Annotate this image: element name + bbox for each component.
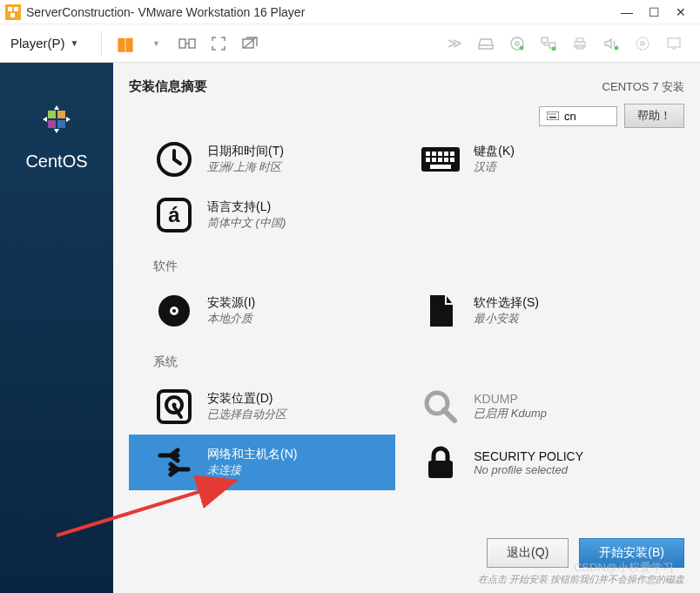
svg-point-26 bbox=[551, 113, 553, 115]
install-label: CENTOS 7 安装 bbox=[602, 79, 684, 95]
svg-rect-23 bbox=[57, 120, 65, 128]
section-software: 软件 bbox=[153, 259, 684, 274]
item-sub: 未连接 bbox=[207, 462, 297, 478]
vmware-icon bbox=[5, 4, 21, 20]
item-label: 安装源(I) bbox=[207, 295, 255, 311]
disc-icon bbox=[153, 290, 195, 332]
disk-icon bbox=[153, 386, 195, 428]
item-label: 键盘(K) bbox=[474, 144, 515, 159]
svg-rect-39 bbox=[444, 158, 448, 162]
lang-icon: á bbox=[153, 194, 195, 236]
network-adapter-icon[interactable] bbox=[536, 31, 561, 56]
begin-install-button[interactable]: 开始安装(B) bbox=[579, 538, 684, 568]
svg-point-46 bbox=[172, 309, 176, 313]
item-label: 语言支持(L) bbox=[207, 199, 286, 215]
item-sub: No profile selected bbox=[474, 463, 583, 476]
item-security-policy[interactable]: SECURITY POLICYNo profile selected bbox=[395, 435, 662, 490]
svg-point-9 bbox=[520, 45, 524, 50]
sound-icon[interactable] bbox=[599, 31, 623, 56]
chevron-down-icon[interactable]: ▼ bbox=[71, 38, 79, 48]
item-datetime[interactable]: 日期和时间(T)亚洲/上海 时区 bbox=[129, 137, 395, 187]
svg-rect-14 bbox=[576, 38, 583, 42]
item-label: 软件选择(S) bbox=[474, 295, 539, 311]
drive-icon[interactable] bbox=[474, 31, 498, 56]
item-install-destination[interactable]: 安装位置(D)已选择自动分区 bbox=[129, 379, 395, 435]
keyboard-icon bbox=[547, 111, 559, 120]
item-sub: 已选择自动分区 bbox=[207, 407, 286, 422]
svg-rect-2 bbox=[10, 13, 15, 17]
package-icon bbox=[420, 290, 461, 332]
keyboard-indicator[interactable]: cn bbox=[539, 106, 617, 126]
svg-rect-21 bbox=[57, 111, 65, 118]
svg-rect-38 bbox=[438, 158, 442, 162]
separator bbox=[101, 31, 102, 56]
item-sub: 汉语 bbox=[474, 159, 515, 175]
window-title: ServerConstruction- VMware Workstation 1… bbox=[26, 5, 621, 19]
svg-point-18 bbox=[641, 42, 644, 45]
display-icon[interactable] bbox=[662, 31, 686, 56]
fast-forward-icon[interactable]: ≫ bbox=[442, 31, 467, 56]
printer-icon[interactable] bbox=[568, 31, 592, 56]
svg-rect-41 bbox=[430, 165, 451, 169]
chevron-down-icon[interactable]: ▼ bbox=[144, 31, 168, 56]
maximize-button[interactable]: ☐ bbox=[649, 5, 660, 19]
unity-icon[interactable] bbox=[238, 31, 262, 56]
item-sub: 已启用 Kdump bbox=[474, 406, 547, 421]
brand-label: CentOS bbox=[25, 152, 87, 172]
svg-point-16 bbox=[615, 45, 619, 50]
lang-code: cn bbox=[564, 110, 576, 123]
svg-rect-4 bbox=[189, 39, 195, 48]
item-kdump[interactable]: KDUMP已启用 Kdump bbox=[395, 379, 662, 435]
network-icon bbox=[153, 441, 195, 483]
svg-rect-37 bbox=[432, 158, 436, 162]
svg-rect-24 bbox=[547, 111, 559, 120]
disc-drive-icon[interactable] bbox=[630, 31, 655, 56]
svg-rect-51 bbox=[428, 461, 453, 478]
svg-point-8 bbox=[515, 42, 519, 45]
item-sub: 亚洲/上海 时区 bbox=[207, 159, 284, 175]
svg-rect-19 bbox=[668, 38, 680, 47]
keyboard-icon bbox=[420, 138, 461, 180]
item-software-selection[interactable]: 软件选择(S)最小安装 bbox=[395, 283, 662, 339]
section-system: 系统 bbox=[153, 354, 684, 370]
clock-icon bbox=[153, 138, 195, 180]
svg-rect-10 bbox=[542, 37, 548, 43]
svg-rect-22 bbox=[48, 120, 56, 128]
item-install-source[interactable]: 安装源(I)本地介质 bbox=[129, 283, 395, 339]
svg-rect-34 bbox=[444, 152, 448, 156]
svg-rect-3 bbox=[179, 39, 185, 48]
item-label: 日期和时间(T) bbox=[207, 144, 284, 159]
window-controls: — ☐ ✕ bbox=[621, 5, 695, 19]
footer-hint: 在点击 开始安装 按钮前我们并不会操作您的磁盘 bbox=[478, 573, 684, 586]
svg-rect-35 bbox=[450, 152, 454, 156]
svg-point-27 bbox=[554, 113, 555, 115]
installer-main: 安装信息摘要 CENTOS 7 安装 cn 帮助！ 日期和时间(T)亚洲/上海 … bbox=[113, 63, 700, 593]
svg-rect-36 bbox=[426, 158, 430, 162]
item-keyboard[interactable]: 键盘(K)汉语 bbox=[395, 137, 662, 187]
svg-rect-28 bbox=[549, 117, 556, 118]
svg-rect-1 bbox=[14, 7, 18, 11]
close-button[interactable]: ✕ bbox=[676, 5, 686, 19]
item-label: KDUMP bbox=[474, 392, 547, 406]
wrench-icon bbox=[420, 386, 461, 428]
item-network[interactable]: 网络和主机名(N)未连接 bbox=[129, 435, 395, 490]
fullscreen-icon[interactable] bbox=[206, 31, 231, 56]
player-menu[interactable]: Player(P) bbox=[10, 36, 65, 51]
minimize-button[interactable]: — bbox=[621, 5, 633, 19]
summary-title: 安装信息摘要 bbox=[129, 78, 602, 95]
centos-logo-icon bbox=[35, 98, 78, 141]
titlebar: ServerConstruction- VMware Workstation 1… bbox=[0, 0, 700, 24]
send-keys-icon[interactable] bbox=[175, 31, 199, 56]
svg-rect-40 bbox=[450, 158, 454, 162]
help-button[interactable]: 帮助！ bbox=[624, 104, 684, 128]
item-label: 网络和主机名(N) bbox=[207, 447, 297, 462]
svg-rect-0 bbox=[8, 7, 12, 11]
svg-point-25 bbox=[549, 113, 550, 115]
cd-icon[interactable] bbox=[505, 31, 529, 56]
item-language[interactable]: á 语言支持(L)简体中文 (中国) bbox=[129, 187, 395, 243]
quit-button[interactable]: 退出(Q) bbox=[487, 538, 569, 568]
item-sub: 最小安装 bbox=[474, 311, 539, 327]
svg-rect-33 bbox=[438, 152, 442, 156]
pause-icon[interactable]: ▮▮ bbox=[112, 31, 137, 56]
svg-text:á: á bbox=[168, 203, 180, 226]
